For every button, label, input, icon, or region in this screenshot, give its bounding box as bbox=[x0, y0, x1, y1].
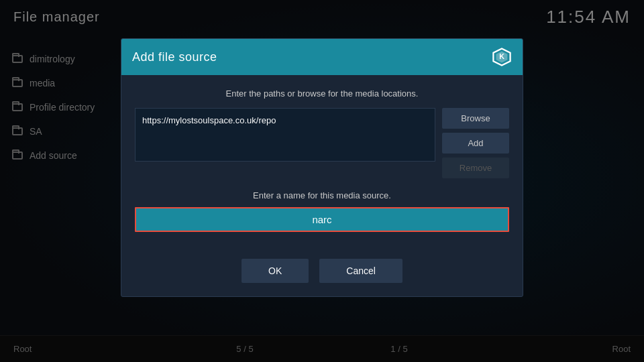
dialog-instruction: Enter the paths or browse for the media … bbox=[135, 88, 509, 99]
browse-button[interactable]: Browse bbox=[442, 108, 509, 129]
cancel-button[interactable]: Cancel bbox=[319, 259, 402, 283]
remove-button[interactable]: Remove bbox=[442, 158, 509, 178]
add-button[interactable]: Add bbox=[442, 133, 509, 154]
dialog-footer: OK Cancel bbox=[121, 259, 523, 296]
source-row: https://mylostsoulspace.co.uk/repo Brows… bbox=[135, 108, 509, 178]
media-source-name-input[interactable] bbox=[135, 207, 509, 232]
kodi-logo: K bbox=[492, 47, 512, 67]
dialog-header: Add file source K bbox=[121, 39, 523, 75]
source-url-display[interactable]: https://mylostsoulspace.co.uk/repo bbox=[135, 108, 435, 162]
svg-text:K: K bbox=[499, 52, 504, 60]
source-action-buttons: Browse Add Remove bbox=[442, 108, 509, 178]
name-input-wrapper bbox=[135, 207, 509, 232]
dialog-backdrop: Add file source K Enter the paths or bro… bbox=[0, 0, 644, 362]
dialog-title: Add file source bbox=[132, 50, 217, 64]
add-file-source-dialog: Add file source K Enter the paths or bro… bbox=[121, 38, 523, 297]
ok-button[interactable]: OK bbox=[241, 259, 309, 283]
dialog-body: Enter the paths or browse for the media … bbox=[121, 75, 523, 259]
name-instruction: Enter a name for this media source. bbox=[135, 190, 509, 200]
